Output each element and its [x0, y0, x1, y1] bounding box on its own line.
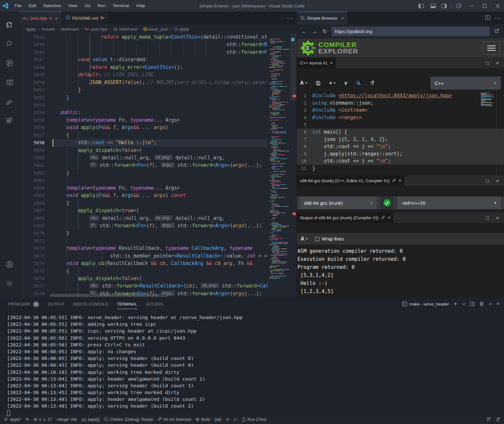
- ce-menu-button[interactable]: [483, 42, 500, 54]
- close-panel-icon[interactable]: ×: [497, 301, 499, 307]
- rename-icon[interactable]: [392, 178, 396, 183]
- breadcrumb-item-nlohmann[interactable]: nlohmann: [61, 27, 79, 32]
- compiler-select[interactable]: x86-64 gcc (trunk) ▼: [300, 196, 377, 209]
- breadcrumb-item-basic_json[interactable]: basic_json: [143, 27, 168, 32]
- add-pane-button[interactable]: +▼: [329, 80, 336, 86]
- menu-help[interactable]: Help: [132, 0, 149, 12]
- minimize-icon[interactable]: [465, 0, 478, 12]
- overview-ruler[interactable]: [290, 33, 296, 298]
- status-run-ctest[interactable]: Run CTest: [240, 415, 268, 424]
- wrap-lines-checkbox[interactable]: Wrap lines: [315, 236, 344, 241]
- language-select[interactable]: C++ ▼: [431, 77, 501, 90]
- status-cmake-status[interactable]: CMake: [Debug]: Ready: [102, 415, 155, 424]
- menu-go[interactable]: Go: [81, 0, 94, 12]
- status-clangd-status[interactable]: clangd: idle: [54, 415, 79, 424]
- close-icon[interactable]: ×: [330, 60, 333, 65]
- menu-edit[interactable]: Edit: [25, 0, 40, 12]
- terminal-output[interactable]: [2022-04-30 06:05:55] INFO: serve_header…: [0, 310, 504, 416]
- breadcrumb-item-include[interactable]: include: [42, 27, 55, 32]
- menu-file[interactable]: File: [11, 0, 25, 12]
- split-editor-icon[interactable]: [485, 15, 490, 21]
- status-feedback[interactable]: [484, 417, 493, 421]
- menu-run[interactable]: Run: [94, 0, 109, 12]
- layout-sidebar-left-icon[interactable]: [415, 0, 428, 12]
- quick-bench-icon[interactable]: [370, 80, 375, 86]
- cpp-insights-icon[interactable]: [356, 80, 361, 86]
- maximize-panel-icon[interactable]: [489, 303, 492, 305]
- url-input[interactable]: [332, 27, 490, 36]
- maximize-icon[interactable]: [478, 0, 491, 12]
- tab-json-hpp[interactable]: C++json.hpp4×: [19, 12, 62, 24]
- close-tab-icon[interactable]: ×: [341, 15, 344, 21]
- status-cmake-build[interactable]: ⚙Build: [193, 415, 212, 424]
- ce-source-tab[interactable]: C++ source #1 ×: [297, 57, 336, 68]
- panel-tab-output[interactable]: OUTPUT: [48, 299, 64, 309]
- cmake-panel-icon[interactable]: [2, 74, 17, 91]
- status-sync-changes[interactable]: ↻: [24, 415, 32, 424]
- breadcrumb-item-apply[interactable]: apply: [174, 27, 189, 32]
- close-icon[interactable]: ×: [388, 215, 390, 220]
- menu-selection[interactable]: Selection: [40, 0, 65, 12]
- layout-sidebar-right-icon[interactable]: [439, 0, 450, 12]
- panel-tab-gitlens[interactable]: GITLENS: [146, 299, 163, 309]
- maximize-pane-icon[interactable]: □: [486, 215, 489, 221]
- terminal-instance[interactable]: make - serve_header: [402, 302, 449, 306]
- status-build-target[interactable]: [all]: [212, 415, 223, 424]
- breadcrumb-item-json-hpp[interactable]: C++json.hpp: [85, 27, 107, 32]
- customize-layout-icon[interactable]: [452, 0, 465, 12]
- close-pane-icon[interactable]: ×: [496, 178, 499, 184]
- ce-compiler-tab[interactable]: x86-64 gcc (trunk) (C++, Editor #1, Comp…: [297, 175, 404, 186]
- status-active-folder[interactable]: [apply]: [79, 415, 102, 424]
- save-icon[interactable]: [316, 81, 321, 86]
- compiler-options-input[interactable]: -std=c++20 ▼: [397, 196, 501, 209]
- status-problems[interactable]: ⊗4⚠27: [32, 415, 55, 424]
- ce-output-tab[interactable]: Output of x86-64 gcc (trunk) (Compiler #…: [297, 212, 393, 223]
- status-notifications[interactable]: [493, 417, 502, 422]
- breadcrumb-item-nlohmann[interactable]: {}nlohmann: [113, 27, 137, 32]
- close-pane-icon[interactable]: ×: [496, 60, 499, 66]
- status-git-branch[interactable]: apply*: [2, 415, 24, 424]
- settings-gear-icon[interactable]: [2, 275, 17, 292]
- terminal-dropdown-icon[interactable]: [462, 303, 465, 305]
- font-size-button[interactable]: A▼: [300, 80, 307, 86]
- back-icon[interactable]: ←: [301, 29, 308, 34]
- panel-tab-terminal[interactable]: TERMINAL: [117, 299, 137, 309]
- close-window-icon[interactable]: [491, 0, 504, 12]
- code-editor[interactable]: 5044504550465047504850495050505150525053…: [19, 33, 296, 298]
- ce-source-editor[interactable]: 1#include <https://localhost:8443/apply/…: [297, 90, 504, 175]
- vim-mode-icon[interactable]: v: [344, 80, 347, 86]
- font-size-button[interactable]: A▼: [301, 236, 308, 242]
- forward-icon[interactable]: →: [311, 29, 318, 34]
- panel-tab-problems[interactable]: PROBLEMS31: [8, 298, 39, 310]
- status-debug-target[interactable]: [223, 415, 232, 424]
- browser-more-actions-icon[interactable]: ⋯: [495, 15, 500, 22]
- minimap[interactable]: [267, 33, 290, 298]
- source-control-icon[interactable]: [2, 55, 17, 71]
- extensions-icon[interactable]: [2, 113, 17, 129]
- editor-more-actions-icon[interactable]: ⋯: [287, 15, 293, 22]
- tab-readme-md[interactable]: README.md9+: [62, 12, 109, 24]
- breadcrumb-item-apply[interactable]: apply: [26, 27, 36, 32]
- panel-tab-debug-console[interactable]: DEBUG CONSOLE: [73, 299, 108, 309]
- open-external-icon[interactable]: [493, 28, 500, 35]
- close-pane-icon[interactable]: ×: [496, 215, 499, 221]
- search-icon[interactable]: [2, 35, 17, 52]
- close-tab-icon[interactable]: ×: [55, 15, 58, 21]
- rename-icon[interactable]: [381, 215, 385, 220]
- explorer-icon[interactable]: [2, 16, 17, 33]
- run-debug-icon[interactable]: [2, 93, 17, 110]
- kill-terminal-icon[interactable]: [480, 302, 484, 306]
- reload-icon[interactable]: ↻: [321, 28, 328, 34]
- maximize-pane-icon[interactable]: □: [486, 178, 489, 184]
- new-terminal-icon[interactable]: +: [454, 301, 457, 307]
- layout-panel-icon[interactable]: [428, 0, 439, 12]
- tab-simple-browser[interactable]: Simple Browser ×: [297, 12, 348, 24]
- menu-terminal[interactable]: Terminal: [109, 0, 132, 12]
- status-cmake-kit[interactable]: No Kit Selected: [155, 415, 193, 424]
- status-launch-target[interactable]: ▷: [232, 415, 240, 424]
- breadcrumb[interactable]: apply›include›nlohmann›C++json.hpp›{}nlo…: [19, 24, 296, 33]
- menu-view[interactable]: View: [65, 0, 81, 12]
- close-icon[interactable]: ×: [399, 178, 401, 183]
- account-icon[interactable]: [2, 256, 17, 273]
- maximize-pane-icon[interactable]: □: [486, 60, 489, 66]
